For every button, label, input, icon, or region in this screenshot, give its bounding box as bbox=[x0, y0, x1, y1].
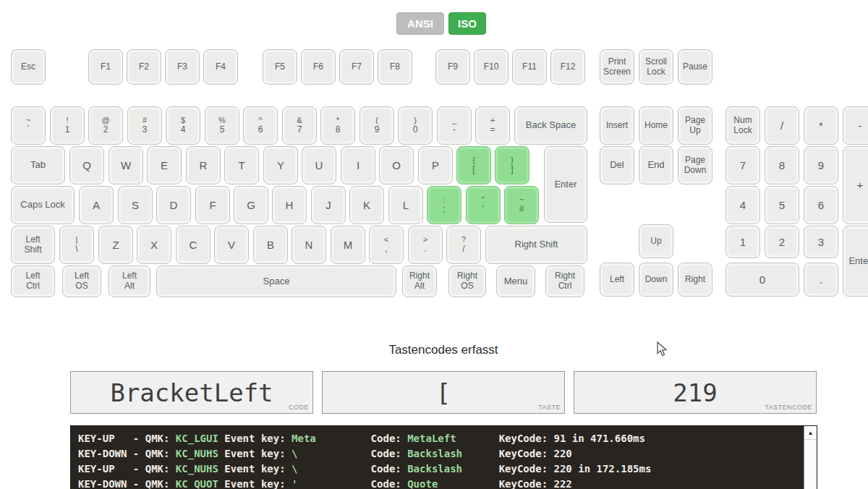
key-numpad-decimal: . bbox=[804, 263, 838, 297]
key-f2: F2 bbox=[127, 49, 161, 85]
key-scroll-lock: Scroll Lock bbox=[639, 49, 673, 85]
key-quote: "' bbox=[466, 186, 501, 224]
key-numpad-8: 8 bbox=[765, 146, 799, 184]
key-m: M bbox=[331, 226, 365, 264]
console-line: KEY-DOWN - QMK: KC_NUHS Event key: \ Cod… bbox=[78, 446, 804, 462]
key-e: E bbox=[147, 146, 182, 184]
key-numpad-subtract: - bbox=[843, 106, 868, 145]
key-f7: F7 bbox=[339, 49, 374, 85]
key-o: O bbox=[379, 146, 414, 184]
ansi-layout-button[interactable]: ANSI bbox=[396, 12, 444, 35]
key-numpad-divide: / bbox=[765, 106, 799, 145]
key-arrow-down: Down bbox=[639, 263, 673, 297]
key-digit-0: )0 bbox=[398, 106, 433, 145]
key-f: F bbox=[195, 186, 230, 224]
key-numpad-6: 6 bbox=[804, 186, 838, 224]
console-scrollbar[interactable]: ▲ bbox=[804, 426, 817, 489]
key-print-screen: Print Screen bbox=[600, 49, 634, 85]
key-ctrl-right: Right Ctrl bbox=[545, 265, 584, 297]
taste-value: [ bbox=[323, 372, 564, 413]
key-numpad-4: 4 bbox=[726, 186, 760, 224]
key-digit-9: (9 bbox=[359, 106, 394, 145]
capture-heading: Tastencodes erfasst bbox=[70, 343, 817, 357]
key-equal: += bbox=[475, 106, 510, 145]
key-digit-4: $4 bbox=[166, 106, 200, 145]
iso-layout-button[interactable]: ISO bbox=[448, 12, 486, 35]
key-shift-left: Left Shift bbox=[11, 226, 55, 264]
key-digit-2: @2 bbox=[88, 106, 123, 145]
key-s: S bbox=[118, 186, 153, 224]
key-p: P bbox=[418, 146, 453, 184]
key-hash: ~# bbox=[504, 186, 539, 224]
key-digit-5: %5 bbox=[205, 106, 239, 145]
key-minus: _- bbox=[437, 106, 472, 145]
key-backquote: ~` bbox=[11, 106, 46, 145]
key-digit-7: &7 bbox=[282, 106, 317, 145]
key-i: I bbox=[341, 146, 375, 184]
key-insert: Insert bbox=[600, 106, 634, 145]
key-d: D bbox=[156, 186, 191, 224]
key-arrow-up: Up bbox=[639, 224, 673, 258]
key-digit-6: ^6 bbox=[243, 106, 278, 145]
key-r: R bbox=[186, 146, 221, 184]
key-numpad-7: 7 bbox=[726, 146, 760, 184]
key-alt-left: Left Alt bbox=[109, 265, 150, 297]
key-esc: Esc bbox=[11, 49, 46, 85]
taste-display-box: [ TASTE bbox=[322, 371, 565, 414]
key-page-down: Page Down bbox=[678, 146, 712, 184]
key-w: W bbox=[109, 146, 143, 184]
key-home: Home bbox=[639, 106, 673, 145]
key-f10: F10 bbox=[474, 49, 509, 85]
key-arrow-left: Left bbox=[600, 263, 634, 297]
key-page-up: Page Up bbox=[678, 106, 712, 145]
console-line: KEY-DOWN - QMK: KC_QUOT Event key: ' Cod… bbox=[78, 477, 804, 489]
key-shift-right: Right Shift bbox=[485, 226, 587, 264]
key-slash: ?/ bbox=[446, 226, 481, 264]
key-y: Y bbox=[263, 146, 298, 184]
key-f3: F3 bbox=[165, 49, 200, 85]
key-bracket-right: }] bbox=[495, 146, 529, 184]
code-display-box: BracketLeft CODE bbox=[70, 371, 313, 414]
console-log[interactable]: KEY-UP - QMK: KC_LGUI Event key: Meta Co… bbox=[71, 426, 804, 489]
key-v: V bbox=[214, 226, 249, 264]
key-alt-right: Right Alt bbox=[402, 265, 437, 297]
key-z: Z bbox=[98, 226, 133, 264]
key-os-right: Right OS bbox=[448, 265, 486, 297]
key-space: Space bbox=[156, 265, 396, 297]
key-os-left: Left OS bbox=[62, 265, 101, 297]
key-ctrl-left: Left Ctrl bbox=[11, 265, 55, 297]
taste-label: TASTE bbox=[538, 404, 561, 411]
key-backspace: Back Space bbox=[514, 106, 587, 145]
key-numpad-add: + bbox=[843, 146, 868, 224]
code-label: CODE bbox=[289, 404, 309, 411]
key-n: N bbox=[292, 226, 326, 264]
console-line: KEY-UP - QMK: KC_NUHS Event key: \ Code:… bbox=[78, 462, 804, 477]
key-g: G bbox=[234, 186, 268, 224]
key-t: T bbox=[224, 146, 259, 184]
key-end: End bbox=[639, 146, 673, 184]
key-delete: Del bbox=[600, 146, 634, 184]
key-k: K bbox=[349, 186, 384, 224]
key-u: U bbox=[302, 146, 336, 184]
key-x: X bbox=[137, 226, 171, 264]
key-numpad-5: 5 bbox=[765, 186, 799, 224]
key-numpad-0: 0 bbox=[726, 263, 799, 297]
key-f9: F9 bbox=[435, 49, 470, 85]
scroll-up-icon[interactable]: ▲ bbox=[804, 426, 817, 440]
key-digit-8: *8 bbox=[320, 106, 355, 145]
key-numpad-2: 2 bbox=[765, 226, 799, 258]
tastencode-display-box: 219 TASTENCODE bbox=[574, 371, 817, 414]
key-bracket-left: {[ bbox=[456, 146, 491, 184]
key-period: >. bbox=[408, 226, 443, 264]
tastencode-label: TASTENCODE bbox=[765, 404, 812, 411]
key-numpad-9: 9 bbox=[804, 146, 838, 184]
key-semicolon: :; bbox=[427, 186, 461, 224]
key-pause: Pause bbox=[678, 49, 712, 85]
key-numpad-3: 3 bbox=[804, 226, 838, 258]
key-j: J bbox=[311, 186, 346, 224]
console-line: KEY-UP - QMK: KC_LGUI Event key: Meta Co… bbox=[78, 431, 804, 446]
key-numpad-1: 1 bbox=[726, 226, 760, 258]
keyboard-tester-page: ANSI ISO EscF1F2F3F4F5F6F7F8F9F10F11F12P… bbox=[0, 0, 868, 489]
key-comma: <, bbox=[369, 226, 404, 264]
key-h: H bbox=[272, 186, 307, 224]
